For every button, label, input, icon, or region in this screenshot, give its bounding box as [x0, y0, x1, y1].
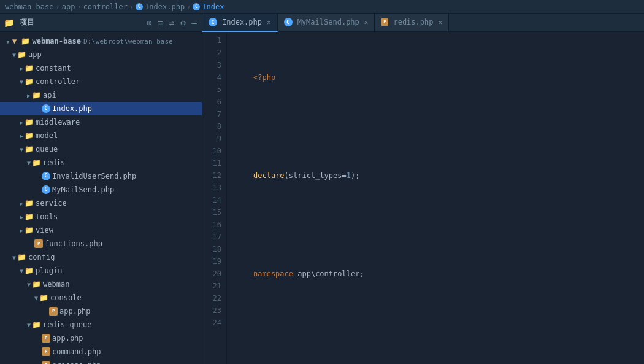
tree-redis-folder[interactable]: ▼ 📁 redis [0, 156, 202, 169]
tab-redis[interactable]: P redis.php ✕ [375, 14, 449, 31]
breadcrumb-part-2[interactable]: app [62, 2, 75, 11]
toolbar-icon-1[interactable]: ⊕ [145, 17, 153, 29]
redis-queue-label: redis-queue [43, 320, 91, 329]
controller-label: controller [36, 77, 80, 86]
breadcrumb: webman-base › app › controller › C Index… [0, 0, 644, 14]
code-text-5: namespace app\controller; [253, 268, 644, 280]
code-line-1: <?php [232, 71, 644, 83]
toolbar-icon-4[interactable]: ⚙ [179, 17, 186, 29]
webman-label: webman [43, 280, 69, 288]
sidebar: 📁 项目 ⊕ ≡ ⇌ ⚙ — ▼ 📁 webman-base D:\webroo… [0, 14, 202, 364]
plugin-label: plugin [36, 266, 62, 275]
sidebar-tree: ▼ 📁 webman-base D:\webroot\webman-base ▼… [0, 32, 202, 364]
tab-indexphp-close[interactable]: ✕ [267, 18, 271, 26]
tree-constant[interactable]: ▶ 📁 constant [0, 61, 202, 75]
tree-command-php[interactable]: P command.php [0, 345, 202, 358]
breadcrumb-sep-4: › [186, 2, 191, 11]
root-folder-icon: ▼ 📁 [12, 37, 30, 45]
app-php-console-icon: P [49, 307, 58, 316]
config-label: config [28, 253, 55, 261]
queue-label: queue [36, 145, 58, 153]
breadcrumb-part-3[interactable]: controller [83, 2, 128, 11]
tree-invalidusersend[interactable]: C InvalidUserSend.php [0, 169, 202, 183]
tab-mymailsend[interactable]: C MyMailSend.php ✕ [278, 14, 375, 31]
tree-process-php[interactable]: P process.php [0, 358, 202, 364]
root-arrow [5, 38, 12, 45]
tree-middleware[interactable]: ▶ 📁 middleware [0, 115, 202, 129]
middleware-label: middleware [36, 118, 80, 126]
tree-mymailsend[interactable]: C MyMailSend.php [0, 183, 202, 196]
mymailsend-icon: C [42, 185, 50, 194]
tree-app[interactable]: ▼ 📁 app [0, 48, 202, 61]
root-label: webman-base [32, 37, 80, 45]
view-label: view [36, 226, 53, 234]
code-line-3: declare(strict_types=1); [232, 169, 644, 182]
tree-model[interactable]: ▶ 📁 model [0, 129, 202, 142]
code-line-4 [232, 219, 644, 231]
tab-mymailsend-label: MyMailSend.php [297, 18, 359, 26]
tree-view[interactable]: ▶ 📁 view [0, 223, 202, 237]
app-php-console-label: app.php [59, 307, 91, 316]
command-php-label: command.php [52, 347, 101, 356]
breadcrumb-sep-3: › [129, 2, 134, 11]
process-php-icon: P [42, 361, 50, 364]
app-php-rq-label: app.php [52, 334, 83, 343]
breadcrumb-part-4[interactable]: Index.php [145, 2, 185, 11]
toolbar-icon-5[interactable]: — [191, 17, 198, 29]
code-content: <?php declare(strict_types=1); [227, 32, 644, 364]
folder-icon: 📁 [4, 18, 14, 28]
tab-mymailsend-close[interactable]: ✕ [364, 18, 369, 26]
indexphp-label: Index.php [52, 104, 92, 113]
invalidusersend-icon: C [42, 172, 50, 180]
code-line-6 [232, 317, 644, 329]
tab-bar: C Index.php ✕ C MyMailSend.php ✕ P redis… [202, 14, 644, 32]
tree-plugin[interactable]: ▼ 📁 plugin [0, 264, 202, 277]
functions-label: functions.php [45, 239, 102, 248]
service-label: service [36, 199, 67, 207]
tree-app-php-console[interactable]: P app.php [0, 304, 202, 318]
tree-queue[interactable]: ▼ 📁 queue [0, 142, 202, 156]
toolbar-icon-3[interactable]: ⇌ [168, 17, 175, 29]
tree-app-php-rq[interactable]: P app.php [0, 331, 202, 345]
tab-redis-label: redis.php [393, 18, 433, 26]
tree-config[interactable]: ▼ 📁 config [0, 250, 202, 264]
app-label: app [28, 50, 42, 59]
breadcrumb-part-5[interactable]: Index [202, 2, 224, 11]
breadcrumb-class-icon: C [193, 3, 200, 10]
code-line-5: namespace app\controller; [232, 268, 644, 280]
code-text-3: declare(strict_types=1); [253, 169, 644, 182]
tab-redis-icon: P [381, 18, 388, 26]
breadcrumb-part-1[interactable]: webman-base [5, 2, 53, 11]
sidebar-title: 项目 [20, 17, 142, 28]
sidebar-toolbar: 📁 项目 ⊕ ≡ ⇌ ⚙ — [0, 14, 202, 32]
toolbar-icon-2[interactable]: ≡ [156, 17, 164, 29]
tab-redis-close[interactable]: ✕ [438, 18, 442, 26]
tree-console[interactable]: ▼ 📁 console [0, 291, 202, 304]
tree-api[interactable]: ▶ 📁 api [0, 88, 202, 102]
tree-indexphp[interactable]: C Index.php [0, 102, 202, 115]
tab-mymailsend-icon: C [284, 18, 293, 26]
tab-indexphp-label: Index.php [222, 18, 262, 26]
tree-controller[interactable]: ▼ 📁 controller [0, 75, 202, 88]
api-label: api [43, 91, 56, 99]
mymailsend-label: MyMailSend.php [52, 185, 114, 194]
tree-service[interactable]: ▶ 📁 service [0, 196, 202, 210]
code-line-2 [232, 120, 644, 133]
tree-webman[interactable]: ▼ 📁 webman [0, 277, 202, 291]
tab-indexphp[interactable]: C Index.php ✕ [202, 14, 278, 32]
breadcrumb-sep-1: › [55, 2, 59, 11]
breadcrumb-file-icon: C [136, 3, 143, 10]
tree-functions[interactable]: P functions.php [0, 237, 202, 250]
code-container: 12345 678910 1112131415 1617181920 21222… [202, 32, 644, 364]
tree-redis-queue[interactable]: ▼ 📁 redis-queue [0, 318, 202, 331]
redis-folder-label: redis [43, 158, 65, 167]
indexphp-icon: C [42, 104, 50, 113]
app-php-rq-icon: P [42, 334, 50, 343]
functions-icon: P [34, 239, 43, 248]
command-php-icon: P [42, 347, 50, 356]
process-php-label: process.php [52, 361, 101, 364]
tree-tools[interactable]: ▶ 📁 tools [0, 210, 202, 223]
code-text-1: <?php [253, 71, 644, 83]
model-label: model [36, 131, 58, 140]
tree-root[interactable]: ▼ 📁 webman-base D:\webroot\webman-base [0, 34, 202, 48]
